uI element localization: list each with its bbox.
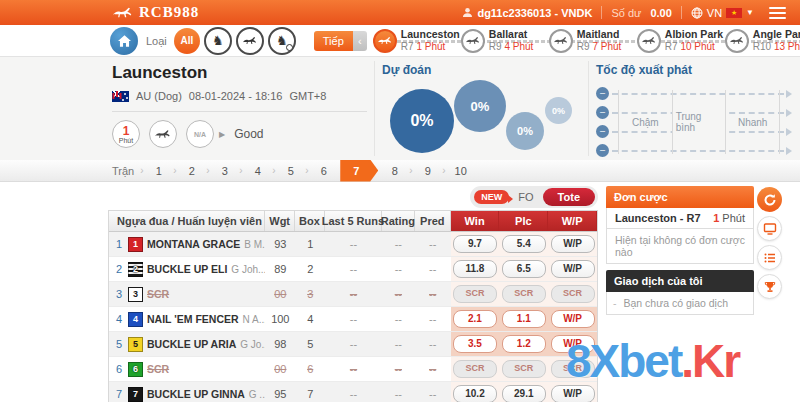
venue-item[interactable]: Ballarat R9 4 Phút: [461, 28, 549, 54]
vietnam-flag: ★: [726, 8, 742, 18]
venue-race: R7: [401, 41, 414, 52]
pred-cell: --: [415, 357, 451, 381]
race-tab[interactable]: 8: [378, 160, 411, 182]
wp-button[interactable]: W/P: [551, 260, 595, 278]
bet-slip-empty-message: Hiện tại không có đơn cược nào: [606, 229, 754, 264]
plc-odds-button[interactable]: SCR: [502, 360, 546, 378]
wp-button[interactable]: SCR: [551, 285, 595, 303]
track-condition: Good: [234, 127, 263, 141]
balance-value: 0.00: [650, 7, 671, 19]
last5-cell: --: [325, 332, 382, 356]
race-tab[interactable]: 6: [307, 160, 340, 182]
pred-cell: --: [415, 232, 451, 256]
top-bar-right: dg11c2336013 - VNDK Số dư 0.00 VN ★ ▼: [462, 6, 786, 19]
user-icon: [462, 7, 473, 18]
results-list-button[interactable]: [757, 245, 782, 270]
saddle-cloth: 4: [128, 312, 143, 327]
plc-odds-button[interactable]: 6.5: [502, 260, 546, 278]
username: dg11c2336013 - VNDK: [477, 7, 592, 19]
venue-item[interactable]: Launceston R7 1 Phút: [373, 28, 461, 54]
win-odds-button[interactable]: 9.7: [453, 235, 497, 253]
chevron-down-icon: ▼: [746, 8, 754, 17]
table-row: 3 3 SCR 00 3 -- -- -- SCR SCR SCR: [109, 282, 597, 307]
globe-icon: [691, 7, 703, 19]
brand-logo[interactable]: RCB988: [112, 4, 199, 21]
venue-race: R9: [489, 41, 502, 52]
refresh-button[interactable]: [757, 187, 782, 212]
filter-greyhound-button[interactable]: [236, 27, 264, 55]
venue-name: Maitland: [577, 28, 622, 41]
runner-cell: 2 2 BUCKLE UP ELI G Joh...: [109, 257, 265, 281]
new-badge[interactable]: NEW: [474, 190, 509, 204]
win-odds-button[interactable]: 11.8: [453, 260, 497, 278]
saddle-cloth: 1: [128, 237, 143, 252]
race-tab[interactable]: 2: [175, 160, 208, 182]
results-trophy-button[interactable]: [757, 274, 782, 299]
language-selector[interactable]: VN ★ ▼: [691, 7, 754, 19]
race-tabs-label: Trận: [112, 165, 134, 177]
win-odds-button[interactable]: SCR: [453, 360, 497, 378]
filter-harness-button[interactable]: ♞: [268, 27, 296, 55]
plc-cell: 29.1: [499, 382, 548, 402]
header-pred: Pred: [415, 211, 451, 231]
live-video-button[interactable]: [757, 216, 782, 241]
runner-number: 6: [114, 363, 124, 375]
plc-odds-button[interactable]: 29.1: [502, 385, 546, 402]
user-account[interactable]: dg11c2336013 - VNDK: [462, 7, 592, 19]
plc-odds-button[interactable]: 1.1: [502, 310, 546, 328]
win-odds-button[interactable]: 2.1: [453, 310, 497, 328]
plc-odds-button[interactable]: 5.4: [502, 235, 546, 253]
race-tab[interactable]: 1: [142, 160, 175, 182]
pred-cell: --: [415, 282, 451, 306]
side-toolbar: [757, 187, 782, 299]
fixed-odds-option[interactable]: FO: [518, 191, 533, 203]
prediction-panel: Dự đoán 0% 0% 0% 0%: [382, 63, 582, 158]
race-tab[interactable]: 4: [241, 160, 274, 182]
runner-name: MONTANA GRACE: [147, 238, 240, 250]
prediction-bubble: 0%: [454, 80, 506, 132]
brand-name: RCB988: [139, 4, 199, 21]
wgt-cell: 93: [265, 232, 295, 256]
win-odds-button[interactable]: 10.2: [453, 385, 497, 402]
bet-slip-race-row: Launceston - R7 1 Phút: [606, 208, 754, 229]
runner-cell: 6 6 SCR: [109, 357, 265, 381]
greyhound-race-icon: [149, 120, 177, 148]
trainer-name: N A...: [243, 314, 266, 325]
tote-option[interactable]: Tote: [543, 188, 595, 206]
race-tab[interactable]: 9: [411, 160, 444, 182]
plc-odds-button[interactable]: SCR: [502, 285, 546, 303]
speed-label-fast: Nhanh: [735, 117, 770, 128]
filter-all-button[interactable]: All: [174, 28, 200, 54]
home-button[interactable]: [110, 27, 138, 55]
prediction-bubble: 0%: [506, 112, 544, 150]
venue-race: R10: [753, 41, 771, 52]
wp-button[interactable]: W/P: [551, 310, 595, 328]
venue-item[interactable]: Albion Park R7 10 Phút: [637, 28, 725, 54]
runners-section: NEW FO Tote Ngựa đua / Huấn luyện viên W…: [108, 186, 598, 402]
wp-button[interactable]: W/P: [551, 335, 595, 353]
race-tabs: Trận 1 2 3 4 5 6 7 8 9 10: [0, 160, 800, 182]
win-cell: 3.5: [451, 332, 500, 356]
race-tab[interactable]: 3: [208, 160, 241, 182]
menu-icon[interactable]: [769, 7, 786, 19]
venue-item[interactable]: Maitland R9 7 Phút: [549, 28, 637, 54]
bet-slip-header: Đơn cược: [606, 186, 754, 208]
plc-cell: SCR: [499, 282, 548, 306]
next-races-button[interactable]: Tiếp: [314, 31, 353, 51]
race-tab[interactable]: 5: [274, 160, 307, 182]
win-odds-button[interactable]: 3.5: [453, 335, 497, 353]
chevron-left-icon[interactable]: ‹: [353, 31, 367, 51]
wp-button[interactable]: SCR: [551, 360, 595, 378]
race-tab[interactable]: 7: [340, 160, 378, 182]
venue-item[interactable]: Angle Park R10 13 Phút: [725, 28, 800, 54]
header-plc: Plc: [499, 211, 548, 231]
win-odds-button[interactable]: SCR: [453, 285, 497, 303]
list-icon: [763, 251, 777, 265]
win-cell: 9.7: [451, 232, 500, 256]
venue-name: Albion Park: [665, 28, 723, 41]
filter-horse-button[interactable]: ♞: [204, 27, 232, 55]
plc-odds-button[interactable]: 1.2: [502, 335, 546, 353]
race-tab[interactable]: 10: [444, 160, 477, 182]
wp-button[interactable]: W/P: [551, 385, 595, 402]
wp-button[interactable]: W/P: [551, 235, 595, 253]
